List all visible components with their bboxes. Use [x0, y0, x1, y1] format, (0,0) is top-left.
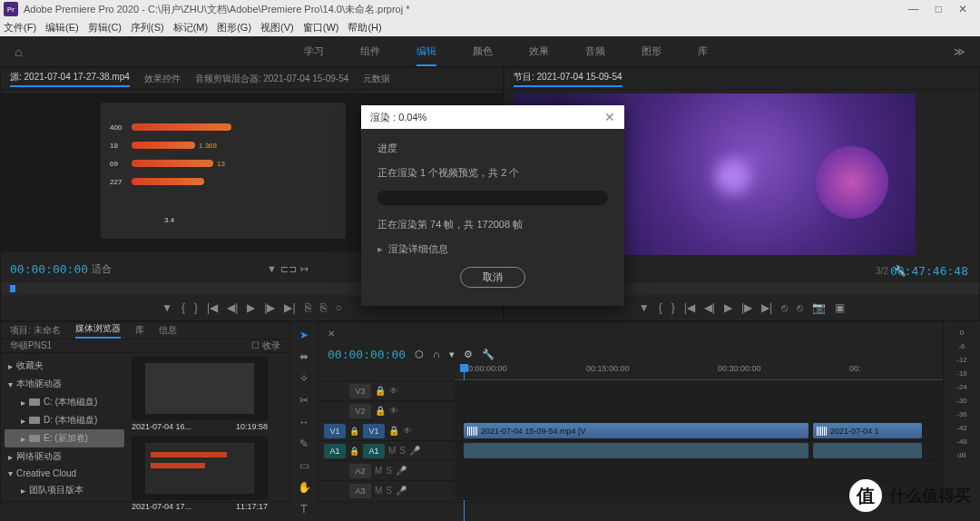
ingest-checkbox[interactable]: 收录 [262, 340, 280, 350]
tree-local-drives[interactable]: ▾ 本地驱动器 [5, 375, 124, 393]
bracket-icon[interactable]: ⊏⊐ [280, 263, 297, 275]
media-thumb-2[interactable]: 2021-07-04 17...11:17:17 [132, 437, 268, 511]
workspace-overflow-icon[interactable]: ≫ [954, 45, 965, 58]
settings-tl-icon[interactable]: ⚙ [464, 349, 473, 360]
goto-out-icon[interactable]: ▶| [284, 301, 295, 314]
menu-clip[interactable]: 剪辑(C) [88, 21, 122, 34]
goto-in-icon[interactable]: |◀ [207, 301, 218, 314]
overwrite-clip-icon[interactable]: ⎘ [320, 301, 327, 314]
track-v1[interactable]: V1🔒V1🔒👁 2021-07-04 15-09-54.mp4 [V 2021-… [318, 420, 943, 440]
workspace-learn[interactable]: 学习 [304, 44, 324, 58]
workspace-graphics[interactable]: 图形 [642, 44, 662, 58]
workspace-audio[interactable]: 音频 [585, 44, 605, 58]
workspace-color[interactable]: 颜色 [473, 44, 493, 58]
program-wrench-icon[interactable]: 🔧 [894, 265, 906, 277]
close-button[interactable]: ✕ [958, 3, 967, 15]
prog-mark-in-icon[interactable]: { [659, 301, 662, 314]
minimize-button[interactable]: ― [908, 3, 919, 15]
tree-drive-c[interactable]: ▸ C: (本地磁盘) [5, 393, 124, 411]
hand-tool-icon[interactable]: ✋ [298, 481, 311, 494]
slip-tool-icon[interactable]: ↔ [299, 416, 309, 428]
fit-dropdown[interactable]: 适合 [92, 262, 112, 276]
audio-mixer-tab[interactable]: 音频剪辑混合器: 2021-07-04 15-09-54 [195, 73, 349, 85]
menu-view[interactable]: 视图(V) [260, 21, 294, 34]
prog-play-icon[interactable]: ▶ [724, 301, 732, 314]
type-tool-icon[interactable]: T [300, 503, 307, 516]
prog-marker-icon[interactable]: ▼ [639, 301, 650, 314]
track-select-tool-icon[interactable]: ⬌ [299, 350, 309, 363]
drive-dropdown[interactable]: 华硕PNS1 [10, 339, 52, 352]
prog-step-fwd-icon[interactable]: |▶ [741, 301, 752, 314]
libraries-tab[interactable]: 库 [135, 324, 144, 337]
effect-controls-tab[interactable]: 效果控件 [144, 73, 181, 85]
export-frame-icon[interactable]: ○ [336, 301, 342, 314]
tree-drive-d[interactable]: ▸ D: (本地磁盘) [5, 411, 124, 429]
audio-clip-1[interactable] [464, 443, 808, 458]
razor-tool-icon[interactable]: ✂ [299, 394, 309, 407]
ripple-tool-icon[interactable]: ✧ [299, 372, 309, 385]
timeline-timecode[interactable]: 00:00:00:00 [328, 348, 406, 361]
step-back-icon[interactable]: ◀| [227, 301, 238, 314]
play-icon[interactable]: ▶ [247, 301, 255, 314]
audio-clip-2[interactable] [813, 443, 922, 458]
menu-markers[interactable]: 标记(M) [173, 21, 209, 34]
menu-file[interactable]: 文件(F) [4, 21, 36, 34]
step-fwd-icon[interactable]: |▶ [264, 301, 275, 314]
home-icon[interactable]: ⌂ [15, 44, 22, 59]
prog-export-frame-icon[interactable]: 📷 [812, 301, 826, 314]
marker-tl-icon[interactable]: ▾ [449, 349, 455, 360]
menu-edit[interactable]: 编辑(E) [45, 21, 79, 34]
mark-out-icon[interactable]: } [194, 301, 198, 314]
snap-icon[interactable]: ⬡ [415, 349, 424, 360]
close-sequence-icon[interactable]: ✕ [328, 329, 335, 339]
workspace-effects[interactable]: 效果 [529, 44, 549, 58]
track-v3[interactable]: V3🔒👁 [318, 380, 943, 400]
tree-network[interactable]: ▸ 网络驱动器 [5, 447, 124, 466]
info-tab[interactable]: 信息 [159, 324, 177, 337]
tree-team-projects[interactable]: ▸ 团队项目版本 [5, 481, 124, 499]
maximize-button[interactable]: □ [936, 3, 942, 15]
tree-drive-e[interactable]: ▸ E: (新加卷) [5, 429, 124, 447]
program-tab[interactable]: 节目: 2021-07-04 15-09-54 [514, 71, 622, 87]
workspace-editing[interactable]: 编辑 [416, 44, 436, 58]
track-v2[interactable]: V2🔒👁 [318, 400, 943, 420]
media-browser-tab[interactable]: 媒体浏览器 [75, 322, 121, 339]
workspace-assembly[interactable]: 组件 [360, 44, 380, 58]
menu-graphics[interactable]: 图形(G) [217, 21, 251, 34]
marker-icon[interactable]: ▼ [267, 263, 277, 274]
track-a1[interactable]: A1🔒A1MS🎤 [318, 440, 943, 460]
pen-tool-icon[interactable]: ✎ [299, 437, 309, 450]
cancel-button[interactable]: 取消 [460, 267, 525, 288]
add-marker-icon[interactable]: ▼ [162, 301, 172, 314]
video-clip-2[interactable]: 2021-07-04 1 [813, 423, 922, 438]
render-details-toggle[interactable]: ▸渲染详细信息 [377, 242, 608, 256]
prog-extract-icon[interactable]: ⎋ [797, 301, 803, 314]
program-resolution[interactable]: 3/2 [876, 266, 888, 276]
workspace-library[interactable]: 库 [698, 44, 708, 58]
prog-lift-icon[interactable]: ⎋ [781, 301, 788, 314]
menu-sequence[interactable]: 序列(S) [131, 21, 164, 34]
media-thumb-1[interactable]: 2021-07-04 16...10:19:58 [132, 357, 268, 431]
menu-help[interactable]: 帮助(H) [348, 21, 381, 34]
insert-clip-icon[interactable]: ⎘ [305, 301, 311, 314]
metadata-tab[interactable]: 元数据 [363, 73, 390, 85]
dialog-close-icon[interactable]: ✕ [604, 110, 615, 124]
link-icon[interactable]: ∩ [433, 349, 440, 359]
prog-goto-out-icon[interactable]: ▶| [761, 301, 772, 314]
prog-compare-icon[interactable]: ▣ [835, 301, 845, 314]
project-tab[interactable]: 项目: 未命名 [10, 324, 61, 337]
insert-icon[interactable]: ↦ [300, 263, 309, 275]
tree-creative-cloud[interactable]: ▾ Creative Cloud [5, 466, 124, 481]
menu-window[interactable]: 窗口(W) [303, 21, 339, 34]
video-clip-1[interactable]: 2021-07-04 15-09-54.mp4 [V [464, 423, 808, 438]
prog-mark-out-icon[interactable]: } [671, 301, 675, 314]
wrench-tl-icon[interactable]: 🔧 [482, 349, 495, 360]
source-timecode[interactable]: 00:00:00:00 [10, 262, 88, 276]
mark-in-icon[interactable]: { [181, 301, 185, 314]
selection-tool-icon[interactable]: ➤ [299, 329, 309, 341]
rect-tool-icon[interactable]: ▭ [299, 459, 309, 472]
prog-goto-in-icon[interactable]: |◀ [684, 301, 695, 314]
timeline-ruler[interactable]: 00:00:00:00 00:15:00:00 00:30:00:00 00: [455, 364, 943, 380]
source-tab[interactable]: 源: 2021-07-04 17-27-38.mp4 [10, 71, 130, 87]
tree-favorites[interactable]: ▸ 收藏夹 [5, 357, 124, 375]
